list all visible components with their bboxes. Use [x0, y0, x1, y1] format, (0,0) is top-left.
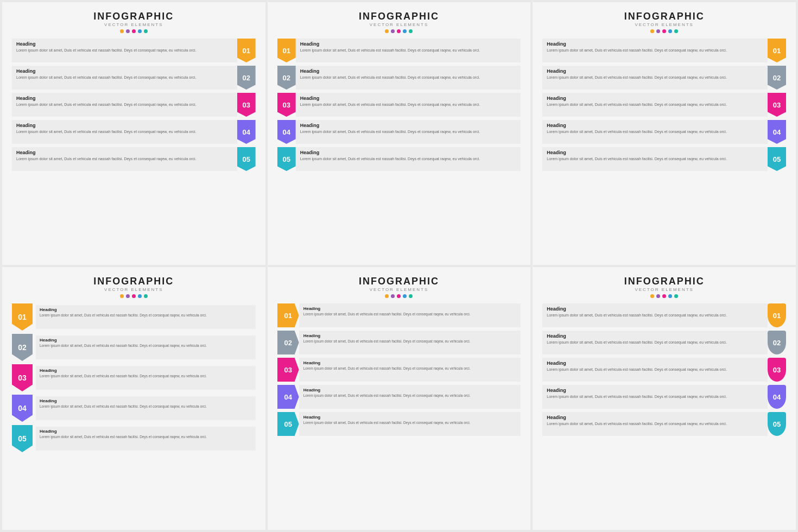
item-heading: Heading: [547, 96, 763, 101]
badge-01: 01: [12, 303, 33, 331]
item-text: Heading Lorem ipsum dolor sit amet, Duis…: [542, 385, 768, 409]
item-text: Heading Lorem ipsum dolor sit amet, Duis…: [12, 147, 237, 171]
panel-4-dots: [120, 294, 148, 298]
list-item: Heading Lorem ipsum dolor sit amet, Duis…: [12, 93, 256, 117]
item-heading: Heading: [16, 150, 233, 155]
dot-5: [409, 29, 413, 33]
list-item: Heading Lorem ipsum dolor sit amet, Duis…: [542, 358, 786, 382]
panel-4-title: INFOGRAPHIC VECTOR ELEMENTS: [93, 276, 174, 292]
panel-5-dots: [385, 294, 413, 298]
badge-01: 01: [237, 39, 256, 62]
item-text: Heading Lorem ipsum dolor sit amet, Duis…: [36, 396, 256, 420]
item-heading: Heading: [303, 306, 517, 311]
item-body: Lorem ipsum dolor sit amet, Duis et vehi…: [547, 48, 763, 53]
dot-2: [126, 294, 130, 298]
list-item: 01 Heading Lorem ipsum dolor sit amet, D…: [12, 303, 256, 331]
list-item: 02 Heading Lorem ipsum dolor sit amet, D…: [277, 331, 521, 354]
item-text: Heading Lorem ipsum dolor sit amet, Duis…: [296, 147, 521, 171]
list-item: Heading Lorem ipsum dolor sit amet, Duis…: [542, 39, 786, 62]
item-heading: Heading: [300, 123, 517, 128]
item-body: Lorem ipsum dolor sit amet, Duis et vehi…: [303, 366, 517, 371]
dot-3: [662, 29, 666, 33]
item-heading: Heading: [547, 150, 763, 155]
item-body: Lorem ipsum dolor sit amet, Duis et vehi…: [547, 421, 763, 426]
badge-01: 01: [768, 303, 786, 327]
item-body: Lorem ipsum dolor sit amet, Duis et vehi…: [547, 394, 763, 399]
item-body: Lorem ipsum dolor sit amet, Duis et vehi…: [547, 102, 763, 107]
item-body: Lorem ipsum dolor sit amet, Duis et vehi…: [547, 129, 763, 134]
panel-5-heading: INFOGRAPHIC: [359, 276, 439, 287]
item-heading: Heading: [547, 68, 763, 74]
badge-04: 04: [237, 120, 256, 144]
badge-05: 05: [12, 425, 33, 452]
list-item: 01 Heading Lorem ipsum dolor sit amet, D…: [277, 303, 521, 327]
panel-1-subtitle: VECTOR ELEMENTS: [93, 22, 174, 27]
item-text: Heading Lorem ipsum dolor sit amet, Duis…: [36, 427, 256, 451]
list-item: 05 Heading Lorem ipsum dolor sit amet, D…: [277, 147, 521, 171]
list-item: 03 Heading Lorem ipsum dolor sit amet, D…: [277, 358, 521, 382]
list-item: 04 Heading Lorem ipsum dolor sit amet, D…: [277, 385, 521, 409]
panel-5-list: 01 Heading Lorem ipsum dolor sit amet, D…: [277, 303, 521, 436]
dot-4: [668, 294, 672, 298]
item-text: Heading Lorem ipsum dolor sit amet, Duis…: [542, 66, 768, 90]
badge-05: 05: [277, 412, 299, 436]
list-item: Heading Lorem ipsum dolor sit amet, Duis…: [12, 120, 256, 144]
item-body: Lorem ipsum dolor sit amet, Duis et vehi…: [40, 435, 252, 439]
panel-2-heading: INFOGRAPHIC: [359, 11, 439, 22]
item-text: Heading Lorem ipsum dolor sit amet, Duis…: [542, 303, 768, 327]
list-item: 04 Heading Lorem ipsum dolor sit amet, D…: [12, 395, 256, 422]
item-heading: Heading: [40, 398, 252, 403]
badge-03: 03: [237, 93, 256, 117]
badge-03: 03: [768, 93, 786, 117]
item-body: Lorem ipsum dolor sit amet, Duis et vehi…: [547, 75, 763, 80]
dot-2: [656, 29, 660, 33]
badge-04: 04: [12, 395, 33, 422]
badge-04: 04: [277, 120, 296, 144]
badge-03: 03: [277, 93, 296, 117]
list-item: Heading Lorem ipsum dolor sit amet, Duis…: [542, 66, 786, 90]
list-item: 05 Heading Lorem ipsum dolor sit amet, D…: [12, 425, 256, 452]
dot-2: [391, 294, 395, 298]
list-item: 02 Heading Lorem ipsum dolor sit amet, D…: [277, 66, 521, 90]
list-item: Heading Lorem ipsum dolor sit amet, Duis…: [12, 66, 256, 90]
dot-4: [668, 29, 672, 33]
item-text: Heading Lorem ipsum dolor sit amet, Duis…: [12, 39, 237, 62]
item-text: Heading Lorem ipsum dolor sit amet, Duis…: [12, 66, 237, 90]
dot-3: [132, 29, 136, 33]
panel-3-title: INFOGRAPHIC VECTOR ELEMENTS: [624, 11, 705, 27]
item-heading: Heading: [40, 429, 252, 434]
item-text: Heading Lorem ipsum dolor sit amet, Duis…: [542, 93, 768, 117]
item-text: Heading Lorem ipsum dolor sit amet, Duis…: [296, 39, 521, 62]
badge-01: 01: [277, 39, 296, 62]
list-item: Heading Lorem ipsum dolor sit amet, Duis…: [542, 120, 786, 144]
panel-4: INFOGRAPHIC VECTOR ELEMENTS 01 Heading L…: [2, 267, 265, 530]
badge-05: 05: [237, 147, 256, 171]
panel-6: INFOGRAPHIC VECTOR ELEMENTS Heading Lore…: [533, 267, 796, 530]
dot-5: [144, 294, 148, 298]
panel-6-list: Heading Lorem ipsum dolor sit amet, Duis…: [542, 303, 786, 436]
dot-1: [385, 29, 389, 33]
item-text: Heading Lorem ipsum dolor sit amet, Duis…: [299, 358, 521, 382]
item-text: Heading Lorem ipsum dolor sit amet, Duis…: [36, 335, 256, 359]
list-item: 04 Heading Lorem ipsum dolor sit amet, D…: [277, 120, 521, 144]
panel-2-subtitle: VECTOR ELEMENTS: [359, 22, 439, 27]
panel-3: INFOGRAPHIC VECTOR ELEMENTS Heading Lore…: [533, 2, 796, 265]
item-body: Lorem ipsum dolor sit amet, Duis et vehi…: [547, 367, 763, 372]
panel-3-list: Heading Lorem ipsum dolor sit amet, Duis…: [542, 39, 786, 171]
dot-5: [674, 29, 678, 33]
panel-1-title: INFOGRAPHIC VECTOR ELEMENTS: [93, 11, 174, 27]
list-item: Heading Lorem ipsum dolor sit amet, Duis…: [542, 147, 786, 171]
item-body: Lorem ipsum dolor sit amet, Duis et vehi…: [40, 374, 252, 378]
item-body: Lorem ipsum dolor sit amet, Duis et vehi…: [303, 339, 517, 344]
item-body: Lorem ipsum dolor sit amet, Duis et vehi…: [300, 48, 517, 53]
badge-02: 02: [768, 66, 786, 90]
item-heading: Heading: [547, 123, 763, 128]
item-body: Lorem ipsum dolor sit amet, Duis et vehi…: [303, 394, 517, 398]
item-body: Lorem ipsum dolor sit amet, Duis et vehi…: [300, 75, 517, 80]
badge-02: 02: [768, 331, 786, 354]
item-heading: Heading: [547, 388, 763, 393]
badge-05: 05: [768, 147, 786, 171]
item-text: Heading Lorem ipsum dolor sit amet, Duis…: [296, 93, 521, 117]
badge-03: 03: [277, 358, 299, 382]
list-item: 01 Heading Lorem ipsum dolor sit amet, D…: [277, 39, 521, 62]
